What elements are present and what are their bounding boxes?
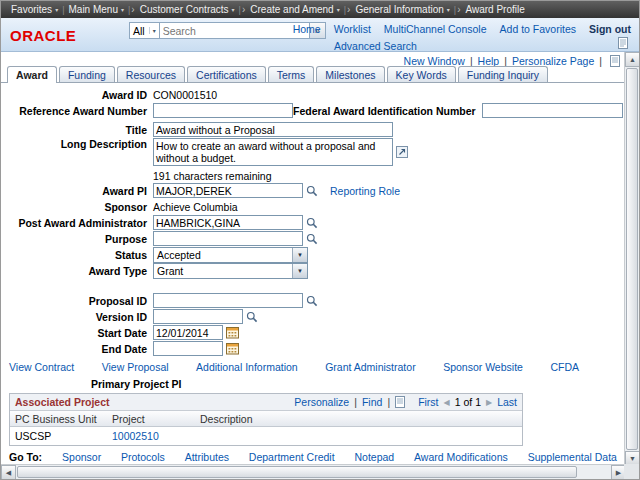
sign-out-link[interactable]: Sign out <box>589 23 631 35</box>
post-award-administrator-field[interactable] <box>153 215 303 230</box>
horizontal-scroll-thumb[interactable] <box>17 466 577 478</box>
award-type-select[interactable]: Grant ▼ <box>153 263 308 279</box>
long-description-field[interactable]: How to create an award without a proposa… <box>153 138 393 166</box>
goto-department-credit-link[interactable]: Department Credit <box>249 451 335 463</box>
expand-icon[interactable] <box>396 146 408 158</box>
goto-sponsor-link[interactable]: Sponsor <box>62 451 101 463</box>
view-proposal-link[interactable]: View Proposal <box>102 361 169 373</box>
column-project[interactable]: Project <box>112 413 200 425</box>
start-date-field[interactable] <box>153 325 223 340</box>
title-field[interactable] <box>153 122 393 137</box>
award-type-label: Award Type <box>1 265 153 277</box>
home-link[interactable]: Home <box>293 23 321 35</box>
grid-title: Associated Project <box>15 396 110 408</box>
status-select[interactable]: Accepted ▼ <box>153 247 308 263</box>
menu-customer-contracts[interactable]: Customer Contracts▾ <box>136 4 239 15</box>
start-date-row: Start Date <box>1 325 626 340</box>
lookup-icon[interactable] <box>306 233 318 245</box>
first-link[interactable]: First <box>418 396 438 408</box>
vertical-scroll-thumb[interactable] <box>626 68 638 450</box>
lookup-icon[interactable] <box>306 185 318 197</box>
action-links: View Contract View Proposal Additional I… <box>1 357 579 373</box>
tab-certifications[interactable]: Certifications <box>187 66 266 82</box>
lookup-icon[interactable] <box>306 217 318 229</box>
new-window-link[interactable]: New Window <box>404 55 465 67</box>
calendar-icon[interactable] <box>226 326 239 339</box>
chevron-down-icon: ▼ <box>292 264 307 278</box>
award-pi-field[interactable] <box>153 183 303 198</box>
scroll-up-icon[interactable]: ▲ <box>625 52 640 67</box>
reference-award-number-field[interactable] <box>153 103 293 118</box>
tab-funding-inquiry[interactable]: Funding Inquiry <box>458 66 548 82</box>
purpose-field[interactable] <box>153 231 303 246</box>
calendar-icon[interactable] <box>226 342 239 355</box>
view-contract-link[interactable]: View Contract <box>9 361 74 373</box>
lookup-icon[interactable] <box>306 295 318 307</box>
goto-protocols-link[interactable]: Protocols <box>121 451 165 463</box>
goto-award-modifications-link[interactable]: Award Modifications <box>414 451 508 463</box>
last-link[interactable]: Last <box>497 396 517 408</box>
title-label: Title <box>1 124 153 136</box>
menu-general-information[interactable]: General Information▾ <box>351 4 453 15</box>
menu-main-menu[interactable]: Main Menu▾ <box>64 4 127 15</box>
menu-favorites[interactable]: Favorites▾ <box>7 4 62 15</box>
tab-milestones[interactable]: Milestones <box>316 66 384 82</box>
tab-funding[interactable]: Funding <box>59 66 115 82</box>
sponsor-label: Sponsor <box>1 201 153 213</box>
advanced-search-link[interactable]: Advanced Search <box>334 40 417 52</box>
next-row-icon[interactable]: ▶ <box>486 398 492 407</box>
federal-award-id-field[interactable] <box>482 103 623 118</box>
tab-award[interactable]: Award <box>7 66 57 83</box>
search-input[interactable] <box>160 22 310 39</box>
cell-project-link[interactable]: 10002510 <box>112 430 200 442</box>
scroll-left-icon[interactable]: ◀ <box>1 465 16 480</box>
add-to-favorites-link[interactable]: Add to Favorites <box>500 23 576 35</box>
end-date-field[interactable] <box>153 341 223 356</box>
vertical-scrollbar[interactable]: ▲ ▼ <box>624 52 639 466</box>
notepad-icon[interactable] <box>618 37 628 51</box>
personalize-link[interactable]: Personalize <box>294 396 349 408</box>
table-row: USCSP 10002510 <box>10 427 522 445</box>
reporting-role-link[interactable]: Reporting Role <box>330 185 400 197</box>
search-scope-select[interactable]: All ▾ <box>129 22 160 39</box>
download-icon[interactable] <box>395 396 405 408</box>
version-id-field[interactable] <box>153 309 243 324</box>
multichannel-console-link[interactable]: MultiChannel Console <box>384 23 487 35</box>
page-icon[interactable] <box>610 55 620 67</box>
goto-notepad-link[interactable]: Notepad <box>354 451 394 463</box>
status-label: Status <box>1 249 153 261</box>
reference-row: Reference Award Number Federal Award Ide… <box>1 103 626 118</box>
personalize-page-link[interactable]: Personalize Page <box>512 55 594 67</box>
goto-attributes-link[interactable]: Attributes <box>185 451 229 463</box>
column-pc-business-unit[interactable]: PC Business Unit <box>10 413 112 425</box>
proposal-id-label: Proposal ID <box>1 295 153 307</box>
goto-supplemental-data-link[interactable]: Supplemental Data <box>528 451 617 463</box>
cfda-link[interactable]: CFDA <box>550 361 579 373</box>
column-description[interactable]: Description <box>200 413 522 425</box>
additional-information-link[interactable]: Additional Information <box>196 361 298 373</box>
previous-row-icon[interactable]: ◀ <box>444 398 450 407</box>
sponsor-website-link[interactable]: Sponsor Website <box>443 361 523 373</box>
end-date-label: End Date <box>1 343 153 355</box>
reference-award-number-label: Reference Award Number <box>1 105 153 117</box>
app-header: ORACLE All ▾ » Advanced Search Home Work… <box>1 18 639 52</box>
menu-general-information-label: General Information <box>355 4 443 15</box>
menu-create-and-amend[interactable]: Create and Amend▾ <box>246 4 343 15</box>
separator: | <box>470 55 473 67</box>
lookup-icon[interactable] <box>246 311 258 323</box>
tab-terms[interactable]: Terms <box>268 66 315 82</box>
separator: | <box>504 55 507 67</box>
worklist-link[interactable]: Worklist <box>334 23 371 35</box>
proposal-id-field[interactable] <box>153 293 303 308</box>
find-link[interactable]: Find <box>362 396 382 408</box>
tab-resources[interactable]: Resources <box>117 66 185 82</box>
associated-project-grid: Associated Project Personalize | Find | … <box>9 393 523 446</box>
chevron-down-icon: ▾ <box>447 6 450 13</box>
tab-key-words[interactable]: Key Words <box>387 66 456 82</box>
breadcrumb-current-page: Award Profile <box>461 4 528 15</box>
horizontal-scrollbar[interactable]: ◀ ▶ <box>1 464 626 479</box>
help-link[interactable]: Help <box>478 55 500 67</box>
search-scope-value: All <box>133 25 145 37</box>
grant-administrator-link[interactable]: Grant Administrator <box>325 361 415 373</box>
federal-award-id-label: Federal Award Identification Number <box>293 105 482 117</box>
